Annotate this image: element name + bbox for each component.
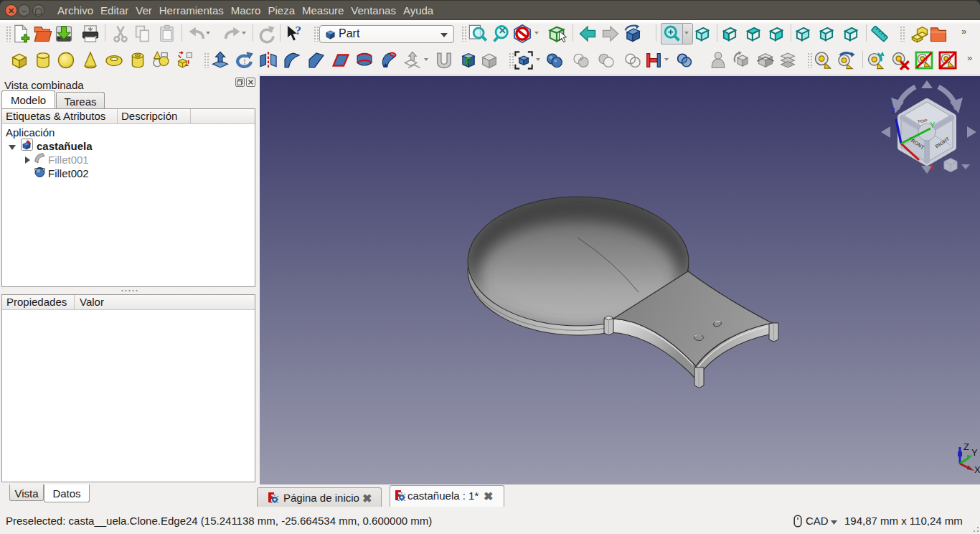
- svg-text:F: F: [465, 55, 471, 67]
- svg-text:Y: Y: [971, 447, 978, 458]
- svg-text:X: X: [929, 163, 935, 172]
- svg-text:?: ?: [295, 24, 301, 37]
- svg-text:Y: Y: [930, 121, 936, 129]
- svg-text:Z: Z: [963, 441, 969, 452]
- svg-text:Z: Z: [890, 107, 895, 116]
- svg-text:X: X: [974, 464, 980, 475]
